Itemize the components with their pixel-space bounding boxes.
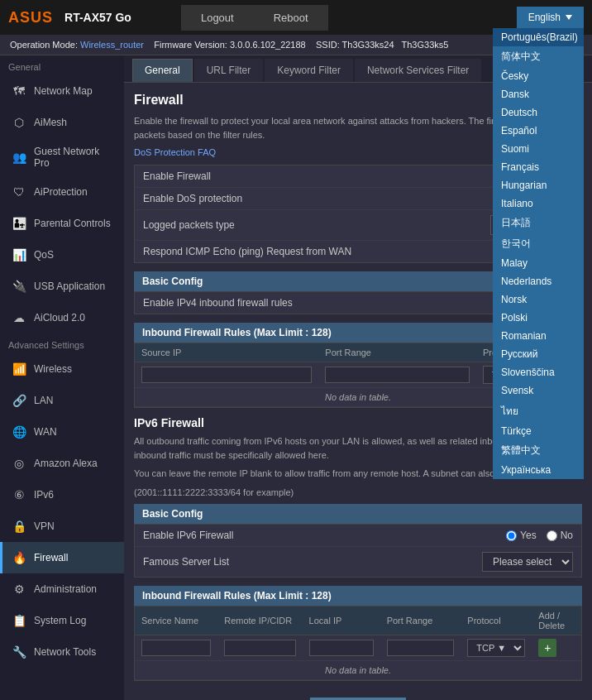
sidebar-item-wan[interactable]: 🌐 WAN bbox=[0, 416, 124, 448]
ipv6-firewall-no-label[interactable]: No bbox=[547, 530, 573, 541]
protocol-select-2[interactable]: TCP ▼ bbox=[467, 639, 525, 657]
sidebar-item-parental-controls[interactable]: 👨‍👧 Parental Controls bbox=[0, 208, 124, 239]
lang-option-swedish[interactable]: Svensk bbox=[493, 381, 584, 400]
add-delete-cell: + bbox=[532, 635, 581, 661]
apply-btn-row: Apply bbox=[134, 689, 582, 700]
lang-option-korean[interactable]: 한국어 bbox=[493, 233, 584, 254]
no-data-2: No data in table. bbox=[135, 661, 581, 680]
lang-option-russian[interactable]: Русский bbox=[493, 345, 584, 363]
famous-server-control: Please select bbox=[482, 552, 573, 572]
sidebar-item-amazon-alexa[interactable]: ◎ Amazon Alexa bbox=[0, 448, 124, 479]
sidebar-advanced-title: Advanced Settings bbox=[0, 333, 124, 353]
lang-option-dutch[interactable]: Nederlands bbox=[493, 272, 584, 290]
sidebar-item-label: USB Application bbox=[34, 280, 105, 292]
vpn-icon: 🔒 bbox=[11, 518, 27, 535]
ssid1: Th3G33ks24 bbox=[342, 40, 394, 50]
ipv6-firewall-no-radio[interactable] bbox=[547, 530, 557, 541]
lang-option-polish[interactable]: Polski bbox=[493, 309, 584, 327]
lang-option-thai[interactable]: ไทย bbox=[493, 400, 584, 422]
lang-option-simplified-chinese[interactable]: 简体中文 bbox=[493, 46, 584, 67]
lang-option-german[interactable]: Deutsch bbox=[493, 103, 584, 122]
sidebar-item-ipv6[interactable]: ⑥ IPv6 bbox=[0, 479, 124, 511]
tab-network-services-filter[interactable]: Network Services Filter bbox=[355, 59, 481, 82]
lang-option-finnish[interactable]: Suomi bbox=[493, 140, 584, 158]
sidebar-general-title: General bbox=[0, 55, 124, 75]
sidebar-item-label: QoS bbox=[34, 249, 54, 261]
sidebar-item-usb-application[interactable]: 🔌 USB Application bbox=[0, 271, 124, 302]
tab-general[interactable]: General bbox=[132, 59, 193, 82]
language-menu: Português(Brazil) 简体中文 Česky Dansk Deuts… bbox=[493, 28, 584, 479]
top-bar: ASUS RT-AX57 Go Logout Reboot English Po… bbox=[0, 0, 592, 35]
sidebar-item-vpn[interactable]: 🔒 VPN bbox=[0, 511, 124, 542]
lang-option-ukrainian[interactable]: Українська bbox=[493, 461, 584, 479]
lang-option-malay[interactable]: Malay bbox=[493, 254, 584, 272]
sidebar-item-label: Network Map bbox=[34, 85, 93, 97]
language-dropdown[interactable]: English Português(Brazil) 简体中文 Česky Dan… bbox=[517, 7, 584, 28]
language-button[interactable]: English bbox=[517, 7, 584, 28]
ipv6-firewall-yes-label[interactable]: Yes bbox=[506, 530, 537, 541]
lang-option-japanese[interactable]: 日本語 bbox=[493, 213, 584, 233]
ipv6-firewall-yes-radio[interactable] bbox=[506, 530, 517, 541]
source-ip-input[interactable] bbox=[141, 367, 312, 383]
add-rule-button[interactable]: + bbox=[538, 639, 556, 657]
lang-option-french[interactable]: Français bbox=[493, 158, 584, 176]
tab-url-filter[interactable]: URL Filter bbox=[194, 59, 264, 82]
lang-option-romanian[interactable]: Romanian bbox=[493, 327, 584, 345]
sidebar-item-administration[interactable]: ⚙ Administration bbox=[0, 573, 124, 605]
source-ip-cell bbox=[135, 362, 318, 388]
lan-icon: 🔗 bbox=[11, 392, 27, 409]
sidebar-item-guest-network[interactable]: 👥 Guest Network Pro bbox=[0, 138, 124, 176]
sidebar-item-aiprotection[interactable]: 🛡 AiProtection bbox=[0, 176, 124, 208]
operation-mode-value[interactable]: Wireless_router bbox=[80, 40, 144, 50]
service-name-input[interactable] bbox=[141, 640, 211, 656]
lang-option-norwegian[interactable]: Norsk bbox=[493, 290, 584, 309]
dos-faq-link[interactable]: DoS Protection FAQ bbox=[134, 147, 216, 157]
sidebar-item-aicloud[interactable]: ☁ AiCloud 2.0 bbox=[0, 302, 124, 333]
sidebar-item-system-log[interactable]: 📋 System Log bbox=[0, 605, 124, 636]
lang-option-danish[interactable]: Dansk bbox=[493, 85, 584, 103]
aicloud-icon: ☁ bbox=[11, 309, 27, 326]
lang-option-portuguese[interactable]: Português(Brazil) bbox=[493, 28, 584, 46]
sidebar-item-label: WAN bbox=[34, 426, 57, 438]
lang-option-czech[interactable]: Česky bbox=[493, 67, 584, 85]
sidebar-item-label: Administration bbox=[34, 583, 97, 595]
sidebar-item-qos[interactable]: 📊 QoS bbox=[0, 239, 124, 271]
enable-dos-label: Enable DoS protection bbox=[143, 193, 506, 204]
local-ip-input[interactable] bbox=[309, 640, 374, 656]
aimesh-icon: ⬡ bbox=[11, 114, 27, 131]
local-ip-cell bbox=[303, 635, 380, 661]
sidebar-item-firewall[interactable]: 🔥 Firewall bbox=[0, 542, 124, 573]
service-name-cell bbox=[135, 635, 217, 661]
operation-mode-label: Operation Mode: bbox=[10, 40, 78, 50]
tab-keyword-filter[interactable]: Keyword Filter bbox=[265, 59, 353, 82]
sidebar-item-wireless[interactable]: 📶 Wireless bbox=[0, 353, 124, 385]
sidebar-item-label: Parental Controls bbox=[34, 218, 111, 229]
lang-option-hungarian[interactable]: Hungarian bbox=[493, 176, 584, 194]
table-row: TCP ▼ + bbox=[135, 635, 581, 661]
lang-option-traditional-chinese[interactable]: 繁體中文 bbox=[493, 440, 584, 461]
sidebar-item-network-map[interactable]: 🗺 Network Map bbox=[0, 75, 124, 107]
inbound-table-2-panel: Service Name Remote IP/CIDR Local IP Por… bbox=[134, 606, 582, 681]
sidebar-item-network-tools[interactable]: 🔧 Network Tools bbox=[0, 636, 124, 668]
enable-ipv6-firewall-row: Enable IPv6 Firewall Yes No bbox=[135, 525, 581, 547]
sidebar-item-label: Network Tools bbox=[34, 646, 96, 658]
usb-application-icon: 🔌 bbox=[11, 278, 27, 295]
port-range-2-input[interactable] bbox=[387, 640, 455, 656]
lang-option-spanish[interactable]: Español bbox=[493, 122, 584, 140]
table-row-nodata-2: No data in table. bbox=[135, 661, 581, 680]
sidebar-item-aimesh[interactable]: ⬡ AiMesh bbox=[0, 107, 124, 138]
lang-option-turkish[interactable]: Türkçe bbox=[493, 422, 584, 440]
ipv4-inbound-label: Enable IPv4 inbound firewall rules bbox=[143, 297, 506, 309]
lang-option-slovenian[interactable]: Slovenščina bbox=[493, 363, 584, 381]
remote-ip-input[interactable] bbox=[224, 640, 295, 656]
sidebar-item-label: Wireless bbox=[34, 363, 72, 375]
col-port-range: Port Range bbox=[318, 343, 476, 362]
famous-server-select[interactable]: Please select bbox=[482, 552, 573, 572]
network-map-icon: 🗺 bbox=[11, 83, 27, 99]
logout-button[interactable]: Logout bbox=[181, 5, 254, 31]
col-local-ip: Local IP bbox=[303, 607, 380, 635]
sidebar-item-lan[interactable]: 🔗 LAN bbox=[0, 385, 124, 416]
port-range-input[interactable] bbox=[325, 367, 470, 383]
reboot-button[interactable]: Reboot bbox=[254, 5, 328, 31]
lang-option-italian[interactable]: Italiano bbox=[493, 194, 584, 213]
